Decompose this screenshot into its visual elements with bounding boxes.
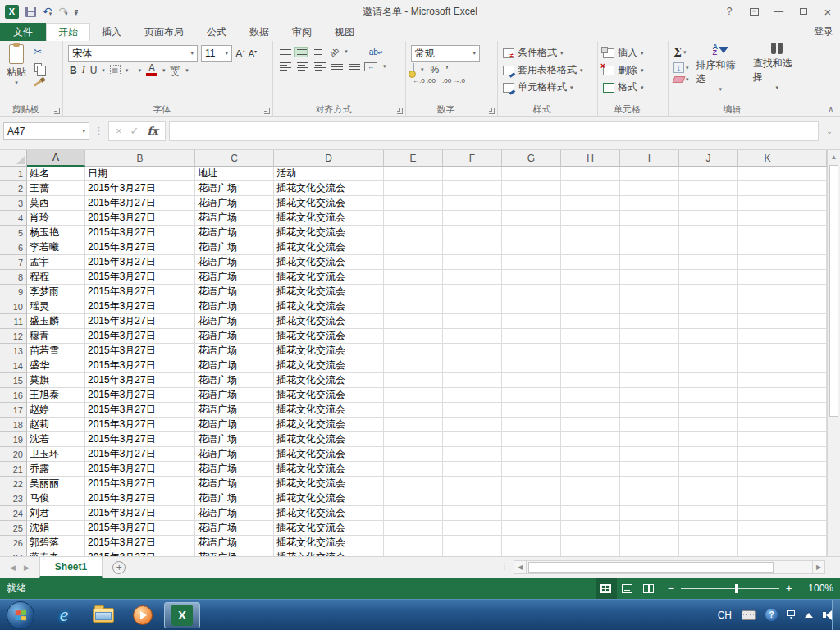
cell-J16[interactable] — [679, 388, 738, 403]
cell-C14[interactable]: 花语广场 — [195, 358, 274, 373]
cell-G12[interactable] — [502, 329, 561, 344]
cell-G14[interactable] — [502, 358, 561, 373]
cell-B6[interactable]: 2015年3月27日 — [85, 240, 195, 255]
cell-H16[interactable] — [561, 388, 620, 403]
cell-I3[interactable] — [620, 196, 679, 211]
cell-B16[interactable]: 2015年3月27日 — [85, 388, 195, 403]
tab-4[interactable]: 数据 — [238, 23, 281, 41]
align-right-button[interactable] — [313, 61, 324, 72]
cell-G24[interactable] — [502, 506, 561, 521]
cell-G9[interactable] — [502, 285, 561, 299]
cell-L6[interactable] — [797, 240, 827, 255]
increase-indent-button[interactable] — [347, 62, 358, 71]
cell-H27[interactable] — [561, 550, 620, 556]
cell-H4[interactable] — [561, 211, 620, 226]
cell-B13[interactable]: 2015年3月27日 — [85, 344, 195, 358]
cell-K6[interactable] — [738, 240, 797, 255]
cell-D16[interactable]: 插花文化交流会 — [274, 388, 384, 403]
cell-L5[interactable] — [797, 226, 827, 240]
alignment-dialog-launcher[interactable] — [397, 108, 403, 114]
cell-H15[interactable] — [561, 373, 620, 388]
cell-B2[interactable]: 2015年3月27日 — [85, 181, 195, 196]
cell-J20[interactable] — [679, 447, 738, 462]
format-as-table-button[interactable]: 套用表格格式▾ — [503, 63, 583, 77]
new-sheet-button[interactable]: + — [112, 561, 126, 574]
cell-B23[interactable]: 2015年3月27日 — [85, 491, 195, 506]
cell-I2[interactable] — [620, 181, 679, 196]
scroll-up-arrow-icon[interactable]: ▲ — [828, 150, 840, 163]
cell-E27[interactable] — [384, 550, 443, 556]
cell-K13[interactable] — [738, 344, 797, 358]
cell-F11[interactable] — [443, 314, 502, 329]
cell-D5[interactable]: 插花文化交流会 — [274, 226, 384, 240]
underline-button[interactable]: U — [90, 65, 98, 76]
cell-G16[interactable] — [502, 388, 561, 403]
close-button[interactable]: × — [815, 0, 840, 23]
cell-I21[interactable] — [620, 462, 679, 477]
cell-G19[interactable] — [502, 432, 561, 447]
cell-I15[interactable] — [620, 373, 679, 388]
cell-L25[interactable] — [797, 521, 827, 536]
cell-D8[interactable]: 插花文化交流会 — [274, 270, 384, 285]
cell-H9[interactable] — [561, 285, 620, 299]
cell-J14[interactable] — [679, 358, 738, 373]
format-cells-button[interactable]: 格式▾ — [603, 80, 644, 94]
cell-K9[interactable] — [738, 285, 797, 299]
merge-center-button[interactable]: ↔ — [364, 62, 377, 71]
row-header-7[interactable]: 7 — [0, 255, 27, 270]
cell-B7[interactable]: 2015年3月27日 — [85, 255, 195, 270]
cell-G7[interactable] — [502, 255, 561, 270]
cell-B3[interactable]: 2015年3月27日 — [85, 196, 195, 211]
cell-E2[interactable] — [384, 181, 443, 196]
cell-E15[interactable] — [384, 373, 443, 388]
cell-H7[interactable] — [561, 255, 620, 270]
tab-3[interactable]: 公式 — [195, 23, 238, 41]
excel-app-icon[interactable]: X — [5, 5, 19, 19]
cell-H5[interactable] — [561, 226, 620, 240]
grow-font-button[interactable]: A▴ — [235, 48, 245, 60]
cell-L13[interactable] — [797, 344, 827, 358]
paste-button[interactable]: 粘贴 ▾ — [3, 43, 30, 103]
cell-C11[interactable]: 花语广场 — [195, 314, 274, 329]
cell-A17[interactable]: 赵婷 — [27, 403, 85, 418]
column-header-G[interactable]: G — [502, 150, 561, 167]
page-break-view-button[interactable] — [638, 578, 660, 599]
cell-E10[interactable] — [384, 299, 443, 314]
cell-L4[interactable] — [797, 211, 827, 226]
cell-A20[interactable]: 卫玉环 — [27, 447, 85, 462]
cell-J3[interactable] — [679, 196, 738, 211]
column-header-A[interactable]: A — [27, 150, 85, 167]
cell-F3[interactable] — [443, 196, 502, 211]
cell-J13[interactable] — [679, 344, 738, 358]
cell-A16[interactable]: 王旭泰 — [27, 388, 85, 403]
cell-B4[interactable]: 2015年3月27日 — [85, 211, 195, 226]
cell-L10[interactable] — [797, 299, 827, 314]
font-color-button[interactable]: A — [146, 64, 158, 76]
cell-D12[interactable]: 插花文化交流会 — [274, 329, 384, 344]
cell-D17[interactable]: 插花文化交流会 — [274, 403, 384, 418]
cell-I5[interactable] — [620, 226, 679, 240]
cell-I26[interactable] — [620, 536, 679, 550]
cell-A25[interactable]: 沈娟 — [27, 521, 85, 536]
cell-B22[interactable]: 2015年3月27日 — [85, 477, 195, 491]
undo-button[interactable]: ↶▾ — [43, 6, 52, 18]
cell-E22[interactable] — [384, 477, 443, 491]
cell-F8[interactable] — [443, 270, 502, 285]
row-header-4[interactable]: 4 — [0, 211, 27, 226]
cell-F14[interactable] — [443, 358, 502, 373]
normal-view-button[interactable] — [596, 578, 617, 599]
cell-H19[interactable] — [561, 432, 620, 447]
cell-K10[interactable] — [738, 299, 797, 314]
cell-J17[interactable] — [679, 403, 738, 418]
vertical-scroll-thumb[interactable] — [829, 165, 838, 417]
cell-D3[interactable]: 插花文化交流会 — [274, 196, 384, 211]
help-button[interactable]: ? — [717, 0, 742, 23]
cell-F15[interactable] — [443, 373, 502, 388]
cell-G23[interactable] — [502, 491, 561, 506]
cell-B9[interactable]: 2015年3月27日 — [85, 285, 195, 299]
cell-H23[interactable] — [561, 491, 620, 506]
accounting-format-button[interactable] — [413, 64, 414, 75]
cell-F27[interactable] — [443, 550, 502, 556]
cell-E25[interactable] — [384, 521, 443, 536]
cell-I22[interactable] — [620, 477, 679, 491]
